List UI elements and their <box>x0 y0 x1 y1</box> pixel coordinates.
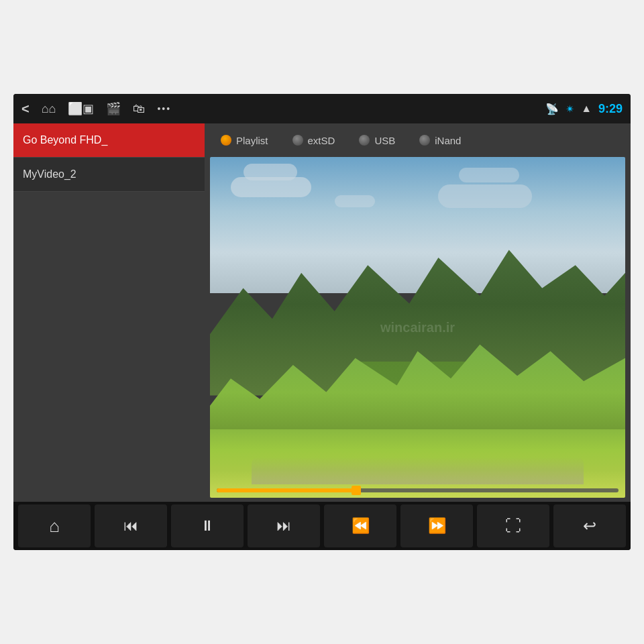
right-panel: Playlist extSD USB iNand <box>205 123 631 502</box>
cloud-4 <box>459 168 519 182</box>
tab-playlist[interactable]: Playlist <box>211 131 278 150</box>
status-bar: ⌂ ▣ 🎬 🛍 ••• 📡 ✴ ▲ 9:29 <box>13 94 631 123</box>
playlist-item-1[interactable]: Go Beyond FHD_ <box>13 123 205 158</box>
extsd-dot <box>292 135 303 146</box>
nav-icons: ⌂ ▣ 🎬 🛍 ••• <box>21 101 171 117</box>
playlist-dot <box>221 135 231 146</box>
playlist-label: Playlist <box>236 135 268 146</box>
cloud-5 <box>335 195 375 207</box>
home-icon: ⌂ <box>49 516 60 537</box>
video-area[interactable]: wincairan.ir <box>210 157 625 498</box>
pause-button[interactable]: ⏸ <box>171 504 244 547</box>
wildflowers <box>252 457 584 484</box>
inand-label: iNand <box>435 135 461 146</box>
fullscreen-button[interactable]: ⛶ <box>477 504 549 547</box>
dots-nav-icon[interactable]: ••• <box>157 103 171 114</box>
home-nav-icon[interactable]: ⌂ <box>42 102 56 116</box>
forward-icon: ⏩ <box>428 517 446 535</box>
cloud-2 <box>244 164 297 180</box>
rewind-icon: ⏪ <box>352 517 370 535</box>
next-icon: ⏭ <box>276 517 291 535</box>
camera-nav-icon[interactable]: 🎬 <box>106 101 121 116</box>
clock: 9:29 <box>598 102 623 116</box>
back-nav-icon[interactable] <box>21 101 30 117</box>
usb-dot <box>359 135 370 146</box>
back-icon: ↩ <box>583 517 596 535</box>
rewind-button[interactable]: ⏪ <box>324 504 396 547</box>
recents-nav-icon[interactable]: ▣ <box>68 101 94 116</box>
tab-usb[interactable]: USB <box>350 131 405 150</box>
sky-bg <box>210 157 625 293</box>
prev-icon: ⏮ <box>123 517 138 535</box>
source-tabs: Playlist extSD USB iNand <box>205 123 631 157</box>
status-right: 📡 ✴ ▲ 9:29 <box>545 102 623 116</box>
cast-icon: 📡 <box>545 103 559 115</box>
forward-button[interactable]: ⏩ <box>400 504 473 547</box>
fullscreen-icon: ⛶ <box>505 517 521 535</box>
next-button[interactable]: ⏭ <box>248 504 320 547</box>
tab-extsd[interactable]: extSD <box>283 131 345 150</box>
cloud-3 <box>438 184 532 208</box>
main-content: Go Beyond FHD_ MyVideo_2 Playlist extSD … <box>13 123 631 502</box>
extsd-label: extSD <box>308 135 335 146</box>
home-button[interactable]: ⌂ <box>18 504 91 547</box>
bag-nav-icon[interactable]: 🛍 <box>133 102 145 116</box>
pause-icon: ⏸ <box>200 517 215 535</box>
playlist-item-2[interactable]: MyVideo_2 <box>13 158 205 192</box>
bluetooth-icon: ✴ <box>566 103 574 115</box>
control-bar: ⌂ ⏮ ⏸ ⏭ ⏪ ⏩ ⛶ ↩ <box>13 502 631 550</box>
tab-inand[interactable]: iNand <box>410 131 470 150</box>
video-thumbnail: wincairan.ir <box>210 157 625 498</box>
playlist-panel: Go Beyond FHD_ MyVideo_2 <box>13 123 205 502</box>
back-button[interactable]: ↩ <box>553 504 626 547</box>
video-progress-bar[interactable] <box>217 488 619 492</box>
prev-button[interactable]: ⏮ <box>95 504 167 547</box>
usb-label: USB <box>374 135 395 146</box>
inand-dot <box>419 135 430 146</box>
progress-thumb[interactable] <box>352 486 361 495</box>
device-frame: ⌂ ▣ 🎬 🛍 ••• 📡 ✴ ▲ 9:29 Go Beyond FHD_ My… <box>13 94 631 550</box>
wifi-icon: ▲ <box>581 103 592 115</box>
progress-fill <box>217 488 358 492</box>
grass-foreground <box>210 429 625 498</box>
